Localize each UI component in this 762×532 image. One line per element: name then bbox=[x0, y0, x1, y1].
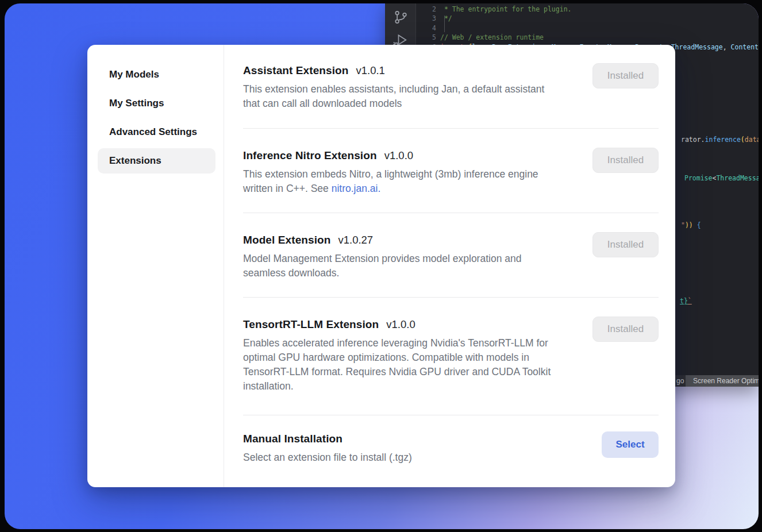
extension-row-model: Model Extension v1.0.27 Model Management… bbox=[243, 213, 659, 298]
manual-installation-row: Manual Installation Select an extension … bbox=[243, 415, 659, 465]
extension-description: Enables accelerated inference leveraging… bbox=[243, 336, 588, 394]
installed-button[interactable]: Installed bbox=[592, 232, 659, 257]
settings-sidebar: My Models My Settings Advanced Settings … bbox=[87, 45, 224, 487]
installed-button[interactable]: Installed bbox=[592, 63, 659, 88]
sidebar-item-advanced-settings[interactable]: Advanced Settings bbox=[98, 119, 215, 145]
extension-version: v1.0.27 bbox=[338, 234, 373, 246]
indent-guide bbox=[444, 16, 445, 32]
code-fragment-inference: rator.inference(data)); bbox=[681, 135, 759, 144]
settings-panel: My Models My Settings Advanced Settings … bbox=[87, 45, 675, 487]
extension-description: This extension enables assistants, inclu… bbox=[243, 82, 588, 111]
extension-title: Model Extension bbox=[243, 234, 330, 246]
installed-button[interactable]: Installed bbox=[592, 317, 659, 342]
select-file-button[interactable]: Select bbox=[602, 431, 659, 458]
app-window-background: 2 3 4 5 6 * The entrypoint for the plugi… bbox=[5, 3, 759, 529]
code-comment-line: */ bbox=[440, 14, 452, 22]
screen-reader-optimized-status[interactable]: Screen Reader Optimiz bbox=[686, 375, 759, 387]
status-bar-left-text: go bbox=[676, 375, 684, 387]
extension-version: v1.0.0 bbox=[386, 318, 415, 331]
source-control-icon[interactable] bbox=[392, 9, 409, 25]
code-comment-line: // Web / extension runtime bbox=[440, 33, 544, 41]
extension-title: Inference Nitro Extension bbox=[243, 149, 377, 162]
sidebar-item-my-settings[interactable]: My Settings bbox=[98, 91, 215, 116]
manual-installation-description: Select an extension file to install (.tg… bbox=[243, 450, 588, 465]
code-comment-line: * The entrypoint for the plugin. bbox=[440, 5, 571, 13]
manual-installation-title: Manual Installation bbox=[243, 433, 342, 445]
code-fragment-promise: Promise<ThreadMessage> bbox=[684, 174, 759, 183]
code-fragment-brace: ")) { bbox=[681, 221, 701, 230]
sidebar-item-my-models[interactable]: My Models bbox=[98, 62, 215, 87]
extension-row-assistant: Assistant Extension v1.0.1 This extensio… bbox=[243, 45, 659, 129]
extension-version: v1.0.0 bbox=[384, 149, 413, 162]
code-fragment-template-end: t}` bbox=[680, 296, 692, 306]
extension-title: Assistant Extension bbox=[243, 64, 349, 77]
extension-row-tensorrt-llm: TensortRT-LLM Extension v1.0.0 Enables a… bbox=[243, 298, 659, 415]
extension-version: v1.0.1 bbox=[356, 64, 385, 77]
extension-description: This extension embeds Nitro, a lightweig… bbox=[243, 167, 588, 196]
extensions-list: Assistant Extension v1.0.1 This extensio… bbox=[224, 45, 675, 487]
extension-description: Model Management Extension provides mode… bbox=[243, 252, 588, 280]
extension-row-inference-nitro: Inference Nitro Extension v1.0.0 This ex… bbox=[243, 129, 659, 213]
sidebar-item-extensions[interactable]: Extensions bbox=[98, 148, 215, 174]
extension-title: TensortRT-LLM Extension bbox=[243, 318, 379, 331]
installed-button[interactable]: Installed bbox=[592, 148, 659, 173]
nitro-jan-ai-link[interactable]: nitro.jan.ai. bbox=[332, 183, 381, 194]
